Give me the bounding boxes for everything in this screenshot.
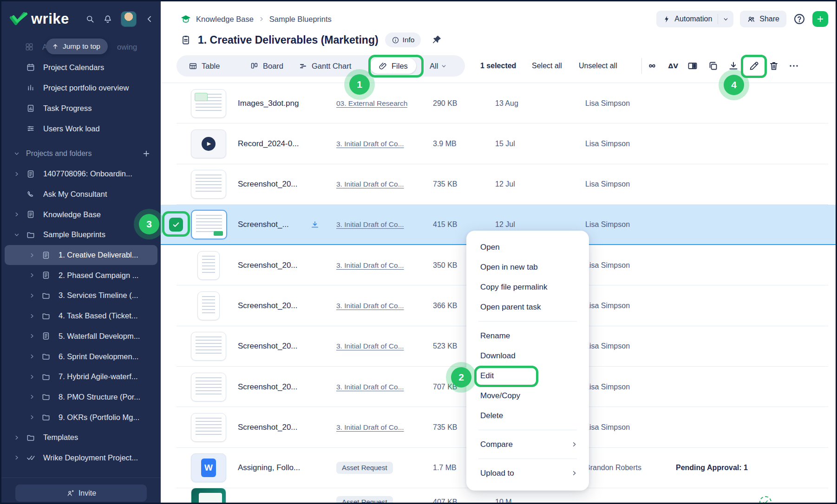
sidebar-tree-item[interactable]: Sample Blueprints bbox=[1, 225, 161, 245]
parent-task-link[interactable]: 3. Initial Draft of Co... bbox=[336, 261, 404, 270]
file-thumbnail[interactable] bbox=[191, 332, 226, 361]
parent-task-link[interactable]: 3. Initial Draft of Co... bbox=[336, 423, 404, 432]
sidebar-tree-item[interactable]: Wrike Deployment Project... bbox=[1, 448, 161, 468]
more-options-icon[interactable] bbox=[788, 60, 799, 71]
jump-to-top-tooltip[interactable]: Jump to top bbox=[46, 39, 108, 54]
menu-item-copy-file-permalink[interactable]: Copy file permalink bbox=[466, 277, 589, 297]
collapse-sidebar-icon[interactable] bbox=[145, 14, 154, 24]
file-name[interactable]: Screenshot_... bbox=[238, 220, 289, 229]
menu-item-move-copy[interactable]: Move/Copy bbox=[466, 386, 589, 406]
download-icon[interactable] bbox=[728, 60, 739, 71]
sidebar-item[interactable]: Users Work load bbox=[1, 118, 161, 139]
expand-chevron-icon[interactable] bbox=[13, 171, 20, 177]
file-name[interactable]: Screenshot_20... bbox=[238, 423, 298, 432]
unselect-all-button[interactable]: Unselect all bbox=[579, 61, 617, 71]
sidebar-tree-item[interactable]: 5. Waterfall Developm... bbox=[1, 326, 161, 347]
file-name[interactable]: Screenshot_20... bbox=[238, 180, 298, 189]
sidebar-tree-item[interactable]: 8. PMO Structure (Por... bbox=[1, 387, 161, 407]
file-thumbnail[interactable] bbox=[191, 373, 226, 401]
sidebar-tree-item[interactable]: Knowledge Base bbox=[1, 204, 161, 225]
file-row[interactable]: Images_3dot.png 03. External Research 29… bbox=[161, 83, 836, 123]
parent-task-link[interactable]: 03. External Research bbox=[336, 99, 407, 108]
tab-board[interactable]: Board bbox=[250, 55, 283, 77]
invite-button[interactable]: Invite bbox=[15, 485, 147, 502]
sidebar-tree-item[interactable]: 1. Creative Deliverabl... bbox=[5, 245, 157, 265]
menu-item-open-in-new-tab[interactable]: Open in new tab bbox=[466, 257, 589, 277]
menu-item-open-parent-task[interactable]: Open parent task bbox=[466, 297, 589, 317]
expand-chevron-icon[interactable] bbox=[29, 252, 35, 258]
sidebar-item[interactable]: Task Progress bbox=[1, 98, 161, 118]
file-thumbnail[interactable] bbox=[191, 488, 226, 504]
menu-item-rename[interactable]: Rename bbox=[466, 326, 589, 346]
file-thumbnail[interactable] bbox=[191, 89, 226, 118]
help-icon[interactable] bbox=[793, 13, 806, 26]
sidebar-tree-item[interactable]: 3. Services Timeline (... bbox=[1, 285, 161, 306]
tab-table[interactable]: Table bbox=[189, 55, 220, 77]
sidebar-tree-item[interactable]: 7. Hybrid Agile-waterf... bbox=[1, 367, 161, 387]
file-thumbnail[interactable] bbox=[191, 210, 227, 239]
menu-item-edit[interactable]: Edit bbox=[466, 366, 589, 386]
file-name[interactable]: Screenshot_20... bbox=[238, 261, 298, 270]
sidebar-tree-item[interactable]: Templates bbox=[1, 427, 161, 448]
sidebar-tree-item[interactable]: 4. Task Based (Ticket... bbox=[1, 306, 161, 326]
expand-chevron-icon[interactable] bbox=[29, 374, 35, 380]
sidebar-tree-item[interactable]: 9. OKRs (Portfolio Mg... bbox=[1, 407, 161, 427]
create-new-button[interactable] bbox=[812, 11, 828, 27]
info-button[interactable]: Info bbox=[385, 32, 421, 47]
wrike-logo[interactable]: wrike bbox=[10, 11, 69, 27]
file-row[interactable]: Asset Request 407 KB 10 M bbox=[161, 488, 836, 504]
parent-task-link[interactable]: 3. Initial Draft of Co... bbox=[336, 180, 404, 188]
automation-dropdown[interactable] bbox=[718, 16, 733, 22]
pin-icon[interactable] bbox=[431, 34, 442, 45]
parent-task-link[interactable]: 3. Initial Draft of Co... bbox=[336, 220, 404, 229]
compare-view-icon[interactable] bbox=[687, 60, 698, 71]
add-project-button[interactable] bbox=[142, 149, 150, 158]
row-checkbox[interactable] bbox=[169, 218, 183, 232]
parent-task-link[interactable]: 3. Initial Draft of Co... bbox=[336, 140, 404, 148]
expand-chevron-icon[interactable] bbox=[13, 211, 20, 218]
search-icon[interactable] bbox=[85, 14, 95, 24]
file-thumbnail[interactable] bbox=[191, 413, 226, 442]
expand-chevron-icon[interactable] bbox=[29, 353, 35, 360]
sidebar-tree-item[interactable]: Ask My Consultant bbox=[1, 184, 161, 205]
file-name[interactable]: Assigning, Follo... bbox=[238, 463, 300, 472]
file-name[interactable]: Screenshot_20... bbox=[238, 301, 298, 310]
expand-chevron-icon[interactable] bbox=[29, 272, 35, 278]
download-file-icon[interactable] bbox=[310, 220, 320, 229]
file-name[interactable]: Images_3dot.png bbox=[238, 99, 299, 108]
expand-chevron-icon[interactable] bbox=[29, 292, 35, 299]
file-row[interactable]: Record_2024-0... 3. Initial Draft of Co.… bbox=[161, 123, 836, 164]
expand-chevron-icon[interactable] bbox=[13, 232, 20, 238]
approvals-icon[interactable] bbox=[647, 60, 658, 71]
sidebar-item[interactable]: Project portfolio overview bbox=[1, 78, 161, 98]
avatar[interactable] bbox=[121, 11, 137, 27]
file-name[interactable]: Record_2024-0... bbox=[238, 139, 299, 149]
parent-task-link[interactable]: 3. Initial Draft of Co... bbox=[336, 383, 404, 391]
file-thumbnail[interactable] bbox=[197, 291, 220, 320]
projects-and-folders-header[interactable]: Projects and folders bbox=[1, 143, 161, 164]
expand-chevron-icon[interactable] bbox=[13, 454, 20, 461]
automation-button[interactable]: Automation bbox=[656, 11, 733, 27]
breadcrumb-parent[interactable]: Knowledge Base bbox=[196, 15, 254, 24]
expand-chevron-icon[interactable] bbox=[13, 434, 20, 441]
tab-files[interactable]: Files bbox=[370, 58, 416, 74]
file-name[interactable]: Screenshot_20... bbox=[238, 342, 298, 351]
file-thumbnail[interactable] bbox=[191, 170, 226, 199]
sidebar-item[interactable]: Project Calendars bbox=[1, 57, 161, 78]
expand-chevron-icon[interactable] bbox=[29, 313, 35, 319]
files-filter-dropdown[interactable]: All bbox=[430, 55, 447, 77]
sidebar-tree-item[interactable]: 1407708096: Onboardin... bbox=[1, 164, 161, 184]
duplicate-icon[interactable] bbox=[707, 60, 719, 71]
file-thumbnail[interactable] bbox=[191, 129, 226, 158]
parent-task-link[interactable]: 3. Initial Draft of Co... bbox=[336, 342, 404, 350]
menu-item-download[interactable]: Download bbox=[466, 346, 589, 366]
file-thumbnail[interactable] bbox=[191, 453, 226, 482]
menu-item-upload-to[interactable]: Upload to bbox=[466, 463, 589, 483]
share-button[interactable]: Share bbox=[740, 11, 786, 27]
delete-trash-icon[interactable] bbox=[768, 60, 779, 71]
sidebar-tree-item[interactable]: 6. Sprint Developmen... bbox=[1, 346, 161, 367]
expand-chevron-icon[interactable] bbox=[29, 414, 35, 420]
expand-chevron-icon[interactable] bbox=[29, 333, 35, 339]
select-all-button[interactable]: Select all bbox=[532, 61, 562, 71]
tab-gantt-chart[interactable]: Gantt Chart bbox=[299, 55, 351, 77]
